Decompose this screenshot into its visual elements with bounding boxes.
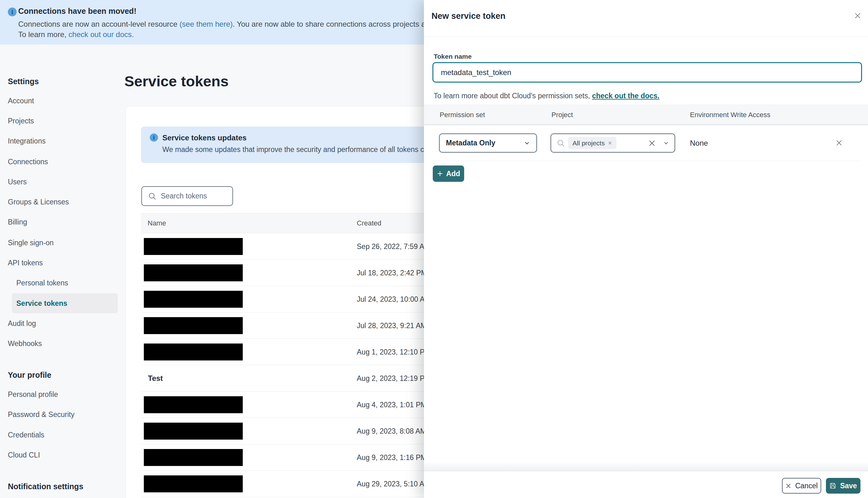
table-row[interactable]: Jul 28, 2023, 9:21 AM PDT [141, 312, 443, 339]
table-row[interactable]: Jul 24, 2023, 10:00 AM PDT [141, 286, 443, 312]
banner-text: To learn more, [18, 30, 68, 39]
redacted-token-name [144, 238, 243, 255]
sidebar-item-api-tokens[interactable]: API tokens [8, 257, 43, 268]
chip-remove-icon[interactable] [608, 141, 612, 145]
sidebar-item-cloud-cli[interactable]: Cloud CLI [8, 449, 40, 461]
sidebar-item-personal-profile[interactable]: Personal profile [8, 389, 58, 400]
banner-title: Connections have been moved! [18, 6, 136, 16]
sidebar-item-projects[interactable]: Projects [8, 115, 34, 127]
column-header-permission-set: Permission set [440, 105, 485, 124]
env-write-access-value: None [690, 133, 708, 153]
search-input[interactable] [161, 192, 221, 200]
check-docs-link[interactable]: check out our docs. [68, 30, 134, 39]
sidebar-heading-settings: Settings [8, 76, 39, 87]
close-icon [786, 483, 791, 489]
panel-title: New service token [432, 11, 505, 21]
tokens-table-header: Name Created [141, 213, 443, 233]
save-button-label: Save [840, 482, 857, 490]
banner-text-line: To learn more, check out our docs. [18, 30, 134, 39]
sidebar-item-webhooks[interactable]: Webhooks [8, 338, 42, 349]
token-name-label: Token name [434, 53, 472, 60]
cancel-button[interactable]: Cancel [782, 478, 821, 494]
sidebar-item-credentials[interactable]: Credentials [8, 429, 44, 441]
footer-shadow [424, 462, 868, 471]
chevron-down-icon [524, 140, 530, 146]
divider [432, 161, 861, 161]
column-header-name: Name [148, 213, 166, 233]
save-disk-icon [829, 482, 836, 489]
clear-selection-icon[interactable] [648, 140, 656, 147]
table-row[interactable]: Aug 1, 2023, 12:10 PM PDT [141, 339, 443, 365]
redacted-token-name [144, 291, 243, 308]
service-tokens-card: i Service tokens updates We made some up… [126, 106, 443, 498]
permissions-table-header: Permission set Project Environment Write… [424, 105, 868, 125]
divider [424, 471, 868, 471]
sidebar-heading-your-profile: Your profile [8, 369, 51, 381]
new-service-token-panel: New service token Token name To learn mo… [424, 0, 868, 498]
divider [424, 36, 868, 37]
redacted-token-name [144, 317, 243, 334]
banner-text: Connections are now an account-level res… [18, 20, 180, 28]
redacted-token-name [144, 264, 243, 281]
redacted-token-name [144, 475, 243, 492]
table-row[interactable]: Aug 9, 2023, 8:08 AM PDT [141, 418, 443, 444]
infobox-body: We made some updates that improve the se… [162, 145, 444, 154]
token-name-input[interactable] [432, 62, 862, 82]
search-icon [557, 139, 565, 147]
search-icon [148, 192, 156, 200]
remove-row-icon[interactable] [835, 139, 843, 147]
check-out-docs-link[interactable]: check out the docs. [592, 92, 659, 100]
redacted-token-name [144, 396, 243, 413]
redacted-token-name [144, 343, 243, 361]
table-row-test[interactable]: TestAug 2, 2023, 12:19 PM PDT [141, 365, 443, 392]
close-icon[interactable] [852, 10, 863, 21]
sidebar-item-personal-tokens[interactable]: Personal tokens [16, 277, 68, 289]
info-icon: i [150, 133, 158, 142]
chevron-down-icon[interactable] [663, 140, 669, 146]
table-row[interactable]: Aug 9, 2023, 1:16 PM PDT [141, 444, 443, 471]
token-name: Test [148, 365, 163, 392]
permission-set-select[interactable]: Metadata Only [439, 133, 537, 153]
see-them-here-link[interactable]: (see them here) [180, 20, 233, 28]
plus-icon [437, 170, 443, 177]
infobox-title: Service tokens updates [162, 133, 247, 142]
permission-set-value: Metadata Only [446, 139, 524, 147]
info-icon: i [8, 8, 17, 16]
cancel-button-label: Cancel [795, 482, 818, 490]
redacted-token-name [144, 449, 243, 466]
column-header-created: Created [357, 213, 381, 233]
settings-sidebar: Settings Account Projects Integrations C… [0, 44, 125, 498]
sidebar-item-groups-licenses[interactable]: Groups & Licenses [8, 196, 69, 208]
chip-label: All projects [573, 140, 605, 147]
add-permission-button[interactable]: Add [433, 166, 464, 182]
sidebar-heading-notification-settings: Notification settings [8, 481, 83, 492]
sidebar-item-single-sign-on[interactable]: Single sign-on [8, 237, 54, 248]
column-header-env-write-access: Environment Write Access [690, 105, 770, 124]
all-projects-chip[interactable]: All projects [568, 137, 616, 149]
save-button[interactable]: Save [826, 478, 860, 494]
redacted-token-name [144, 423, 243, 440]
project-multiselect[interactable]: All projects [551, 133, 675, 153]
tokens-table-body: Sep 26, 2022, 7:59 AM PDT Jul 18, 2023, … [141, 233, 443, 497]
add-button-label: Add [446, 170, 460, 178]
sidebar-item-service-tokens[interactable]: Service tokens [12, 293, 118, 313]
sidebar-item-connections[interactable]: Connections [8, 156, 48, 167]
sidebar-item-password-security[interactable]: Password & Security [8, 409, 75, 420]
table-row[interactable]: Jul 18, 2023, 2:42 PM PDT [141, 260, 443, 286]
page-title: Service tokens [124, 73, 228, 90]
sidebar-item-account[interactable]: Account [8, 95, 34, 106]
caption-text: To learn more about dbt Cloud's permissi… [434, 92, 592, 100]
permission-sets-caption: To learn more about dbt Cloud's permissi… [434, 92, 659, 100]
service-tokens-updates-infobox: i Service tokens updates We made some up… [141, 127, 429, 163]
sidebar-item-integrations[interactable]: Integrations [8, 135, 45, 147]
sidebar-item-billing[interactable]: Billing [8, 217, 27, 228]
table-row[interactable]: Sep 26, 2022, 7:59 AM PDT [141, 233, 443, 260]
table-row[interactable]: Aug 29, 2023, 5:10 AM PDT [141, 471, 443, 497]
sidebar-item-audit-log[interactable]: Audit log [8, 318, 36, 329]
table-row[interactable]: Aug 4, 2023, 1:01 PM PDT [141, 392, 443, 418]
column-header-project: Project [551, 105, 573, 124]
sidebar-item-users[interactable]: Users [8, 176, 27, 187]
search-tokens-box[interactable] [141, 186, 233, 206]
banner-text-line: Connections are now an account-level res… [18, 20, 485, 29]
